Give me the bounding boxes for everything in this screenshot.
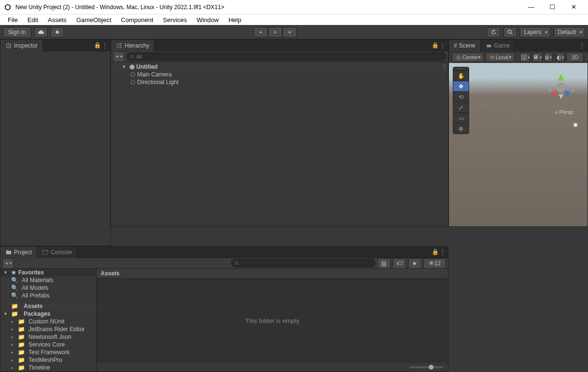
grid-visibility-button[interactable]: ⊞▾ — [544, 52, 552, 62]
gameobject-row[interactable]: Main Camera — [111, 71, 448, 78]
project-tab[interactable]: Project — [0, 247, 37, 258]
game-tab-label: Game — [494, 42, 510, 49]
draw-mode-button[interactable]: ◐▾ — [556, 52, 564, 62]
svg-point-59 — [8, 45, 9, 46]
orientation-gizmo[interactable]: x z y — [544, 71, 578, 104]
unity-logo-icon — [4, 3, 12, 11]
search-placeholder: All — [136, 54, 142, 60]
package-item[interactable]: ▸📁 Test Framework — [0, 348, 96, 356]
scene-viewport[interactable]: ◎Center ⟲Local ▾ ▾ ⊞▾ ◐▾ 2D 💡 🔊 ✨▾ 👁 📷▾ … — [449, 51, 588, 226]
favorite-item[interactable]: 🔍 All Models — [0, 284, 96, 292]
menu-component[interactable]: Component — [117, 15, 157, 25]
menu-edit[interactable]: Edit — [24, 15, 42, 25]
package-item[interactable]: ▸📁 JetBrains Rider Editor — [0, 325, 96, 333]
svg-line-13 — [511, 33, 512, 34]
project-search[interactable] — [231, 259, 375, 267]
hierarchy-tab-label: Hierarchy — [125, 42, 149, 49]
undo-history-button[interactable] — [487, 27, 500, 37]
lighting-toggle[interactable]: 💡 — [586, 52, 588, 62]
favorite-item[interactable]: 🔍 All Materials — [0, 276, 96, 284]
scale-tool[interactable]: ⤢ — [453, 102, 469, 112]
snap-increment-button[interactable]: ▾ — [532, 52, 542, 62]
package-item[interactable]: ▸📁 Services Core — [0, 341, 96, 348]
move-tool[interactable]: ✥ — [453, 81, 469, 91]
menu-window[interactable]: Window — [192, 15, 222, 25]
panel-menu-button[interactable]: ⋮ — [579, 42, 586, 50]
svg-rect-14 — [117, 43, 119, 44]
menu-help[interactable]: Help — [225, 15, 245, 25]
panel-menu-button[interactable]: ⋮ — [439, 42, 446, 50]
scene-tab[interactable]: # Scene — [449, 40, 481, 51]
rect-tool[interactable]: ▭ — [453, 112, 469, 123]
project-content[interactable]: Assets This folder is empty — [97, 269, 448, 372]
lock-icon[interactable]: 🔒 — [432, 248, 438, 256]
projection-label[interactable]: ≤ Persp — [555, 109, 573, 115]
assets-header[interactable]: 📁 Assets — [0, 302, 96, 310]
layers-dropdown[interactable]: Layers — [520, 27, 550, 37]
empty-folder-message: This folder is empty — [97, 279, 448, 363]
signin-button[interactable]: Sign in — [3, 27, 31, 37]
star-icon: ★ — [412, 260, 417, 267]
cloud-button[interactable] — [34, 27, 48, 37]
grid-snap-button[interactable]: ▾ — [520, 52, 530, 62]
hierarchy-tree[interactable]: ▼ Untitled ⋮ Main Camera Directional Lig… — [111, 62, 448, 226]
package-item[interactable]: ▸📁 Newtonsoft Json — [0, 333, 96, 341]
play-button[interactable] — [254, 27, 268, 37]
favorites-header[interactable]: ▼★Favorites — [0, 269, 96, 276]
packages-header[interactable]: ▼📁 Packages — [0, 310, 96, 318]
console-icon — [42, 249, 49, 256]
breadcrumb[interactable]: Assets — [97, 269, 448, 279]
window-maximize-button[interactable]: ☐ — [542, 0, 563, 14]
project-tree[interactable]: ▼★Favorites 🔍 All Materials 🔍 All Models… — [0, 269, 97, 372]
bug-button[interactable]: x — [51, 27, 64, 37]
favorite-search-button[interactable]: ★ — [408, 258, 422, 269]
create-dropdown[interactable]: +▾ — [113, 51, 125, 62]
inspector-panel: Inspector 🔒⋮ — [0, 39, 111, 246]
gameobject-name: Main Camera — [137, 71, 172, 78]
pause-button[interactable] — [268, 27, 282, 37]
svg-marker-23 — [131, 73, 135, 77]
rotate-tool[interactable]: ⟲ — [453, 91, 469, 102]
camera-gizmo-dot[interactable] — [574, 124, 577, 126]
hidden-packages-button[interactable]: 👁12 — [423, 258, 446, 269]
favorite-item[interactable]: 🔍 All Prefabs — [0, 292, 96, 299]
menu-assets[interactable]: Assets — [44, 15, 70, 25]
menu-services[interactable]: Services — [159, 15, 191, 25]
svg-rect-28 — [522, 58, 524, 60]
hand-tool[interactable]: ✋ — [453, 70, 469, 81]
window-minimize-button[interactable]: — — [521, 0, 542, 14]
2d-toggle[interactable]: 2D — [566, 52, 584, 62]
search-by-label-button[interactable]: 🏷 — [393, 258, 406, 269]
console-tab[interactable]: Console — [37, 247, 77, 258]
lock-icon[interactable]: 🔒 — [94, 42, 101, 50]
transform-tool[interactable]: ⊕ — [453, 123, 469, 134]
scene-menu-button[interactable]: ⋮ — [441, 63, 448, 71]
search-by-type-button[interactable]: ▤ — [377, 258, 391, 269]
menu-gameobject[interactable]: GameObject — [72, 15, 115, 25]
scene-row[interactable]: ▼ Untitled ⋮ — [111, 63, 448, 71]
package-item[interactable]: ▸📁 Timeline — [0, 364, 96, 372]
pivot-dropdown[interactable]: ◎Center — [452, 52, 484, 62]
project-create-dropdown[interactable]: +▾ — [2, 258, 14, 269]
thumbnail-size-slider[interactable] — [97, 363, 448, 372]
step-button[interactable] — [282, 27, 297, 37]
panel-menu-button[interactable]: ⋮ — [439, 248, 446, 256]
package-item[interactable]: ▸📁 Custom NUnit — [0, 318, 96, 325]
panel-menu-button[interactable]: ⋮ — [102, 42, 108, 50]
game-tab[interactable]: Game — [481, 40, 515, 51]
svg-marker-10 — [289, 31, 290, 33]
package-item[interactable]: ▸📁 TextMeshPro — [0, 356, 96, 364]
grid-icon — [521, 54, 527, 61]
menu-file[interactable]: File — [4, 15, 22, 25]
hierarchy-search[interactable]: All — [127, 52, 446, 61]
search-global-button[interactable] — [503, 27, 517, 37]
handle-dropdown[interactable]: ⟲Local — [486, 52, 514, 62]
hierarchy-tab[interactable]: Hierarchy — [111, 40, 154, 51]
expand-arrow-icon[interactable]: ▼ — [122, 64, 128, 69]
inspector-tab[interactable]: Inspector — [0, 40, 43, 51]
window-title: New Unity Project (2) - Untitled - Windo… — [15, 4, 521, 11]
layout-dropdown[interactable]: Default — [553, 27, 585, 37]
gameobject-row[interactable]: Directional Light — [111, 78, 448, 86]
lock-icon[interactable]: 🔒 — [432, 42, 438, 50]
window-close-button[interactable]: ✕ — [563, 0, 584, 14]
